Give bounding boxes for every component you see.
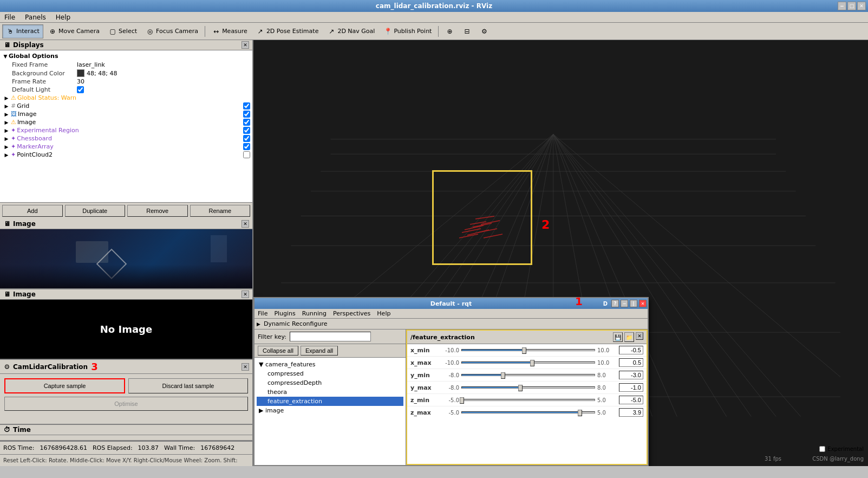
param-value-z_min[interactable] xyxy=(619,396,643,404)
default-light-value[interactable] xyxy=(77,86,249,93)
param-value-x_min[interactable] xyxy=(619,346,643,354)
param-thumb-y_max[interactable] xyxy=(518,385,523,391)
nav-goal-button[interactable]: ↗ 2D Nav Goal xyxy=(323,24,378,38)
rqt-menu-help[interactable]: Help xyxy=(377,310,390,317)
param-thumb-x_min[interactable] xyxy=(522,347,526,354)
fixed-frame-value[interactable]: laser_link xyxy=(77,61,249,68)
grid-expand[interactable]: ▶ xyxy=(3,103,10,109)
image-panel2-close[interactable]: ✕ xyxy=(242,290,249,298)
compressed-depth-item[interactable]: compressedDepth xyxy=(257,378,403,387)
close-button[interactable]: ✕ xyxy=(857,2,866,10)
filter-input[interactable] xyxy=(290,332,371,341)
image2-checkbox[interactable] xyxy=(243,119,250,126)
rqt-min-btn[interactable]: − xyxy=(621,300,628,307)
menu-panels[interactable]: Panels xyxy=(23,12,48,22)
image2-expand[interactable]: ▶ xyxy=(3,119,10,126)
bg-color-value[interactable]: 48; 48; 48 xyxy=(77,69,249,77)
exp-region-row[interactable]: ▶ ✦ Experimental Region xyxy=(1,126,251,134)
pc-checkbox[interactable] xyxy=(243,151,250,158)
global-options-header[interactable]: ▼ Global Options xyxy=(1,51,251,61)
param-value-x_max[interactable] xyxy=(619,358,643,367)
chess-checkbox[interactable] xyxy=(243,135,250,142)
viewport[interactable]: 2 Default - rqt 1 D ? − | ✕ File xyxy=(253,40,868,466)
grid-view-button[interactable]: ⊟ xyxy=(459,24,475,38)
theora-item[interactable]: theora xyxy=(257,387,403,397)
rename-button[interactable]: Rename xyxy=(190,205,251,217)
duplicate-button[interactable]: Duplicate xyxy=(65,205,126,217)
experimental-checkbox[interactable] xyxy=(819,446,825,452)
menu-file[interactable]: File xyxy=(2,12,17,22)
rqt-menu-file[interactable]: File xyxy=(258,310,267,317)
interact-button[interactable]: 🖱 Interact xyxy=(2,24,43,38)
rqt-menu-perspectives[interactable]: Perspectives xyxy=(333,310,370,317)
image-item[interactable]: ▶ image xyxy=(257,406,403,415)
grid-display-row[interactable]: ▶ # Grid xyxy=(1,102,251,110)
collapse-all-btn[interactable]: Collapse all xyxy=(258,346,298,356)
image2-display-row[interactable]: ▶ ⚠ Image xyxy=(1,118,251,126)
displays-close[interactable]: ✕ xyxy=(242,41,249,49)
chessboard-row[interactable]: ▶ ✦ Chessboard xyxy=(1,134,251,143)
discard-sample-button[interactable]: Discard last sample xyxy=(128,378,248,393)
rqt-help-btn[interactable]: ? xyxy=(611,300,619,307)
calib-close[interactable]: ✕ xyxy=(242,363,249,371)
select-button[interactable]: ▢ Select xyxy=(105,24,141,38)
measure-button[interactable]: ↔ Measure xyxy=(208,24,251,38)
param-thumb-x_max[interactable] xyxy=(530,360,534,366)
pose-estimate-button[interactable]: ↗ 2D Pose Estimate xyxy=(252,24,323,38)
param-thumb-z_max[interactable] xyxy=(578,410,582,416)
feature-save-btn[interactable]: 💾 xyxy=(613,332,623,342)
image1-expand[interactable]: ▶ xyxy=(3,111,10,118)
image-content-1[interactable] xyxy=(0,229,252,288)
param-value-z_max[interactable] xyxy=(619,408,643,417)
param-value-y_min[interactable] xyxy=(619,371,643,379)
minimize-button[interactable]: − xyxy=(838,2,846,10)
feature-close-btn[interactable]: ✕ xyxy=(636,332,643,340)
focus-camera-button[interactable]: ◎ Focus Camera xyxy=(142,24,202,38)
exp-checkbox[interactable] xyxy=(243,127,250,134)
nav-arrows-button[interactable]: ⊕ xyxy=(441,24,458,38)
maximize-button[interactable]: □ xyxy=(847,2,856,10)
compressed-item[interactable]: compressed xyxy=(257,369,403,378)
exp-expand[interactable]: ▶ xyxy=(3,127,10,134)
add-button[interactable]: Add xyxy=(2,205,63,217)
chess-expand[interactable]: ▶ xyxy=(3,135,10,142)
move-camera-button[interactable]: ⊕ Move Camera xyxy=(44,24,103,38)
rqt-close-btn[interactable]: ✕ xyxy=(639,300,647,307)
status-expand[interactable]: ▶ xyxy=(3,95,10,101)
param-slider-z_max[interactable] xyxy=(461,408,595,417)
grid-checkbox[interactable] xyxy=(243,102,250,109)
publish-point-button[interactable]: 📍 Publish Point xyxy=(380,24,435,38)
feature-extraction-item[interactable]: feature_extraction xyxy=(257,397,403,406)
param-thumb-z_min[interactable] xyxy=(460,397,464,404)
image-panel1-close[interactable]: ✕ xyxy=(242,220,249,228)
settings-button[interactable]: ⚙ xyxy=(476,24,492,38)
markerarray-row[interactable]: ▶ ✦ MarkerArray xyxy=(1,143,251,151)
param-slider-x_max[interactable] xyxy=(461,358,595,367)
remove-button[interactable]: Remove xyxy=(127,205,188,217)
global-status-row[interactable]: ▶ ⚠ Global Status: Warn xyxy=(1,94,251,102)
param-slider-z_min[interactable] xyxy=(461,396,595,404)
param-thumb-y_min[interactable] xyxy=(501,372,505,379)
image1-display-row[interactable]: ▶ 🖼 Image xyxy=(1,110,251,118)
camera-features-item[interactable]: ▼ camera_features xyxy=(257,360,403,369)
pointcloud-row[interactable]: ▶ ✦ PointCloud2 xyxy=(1,151,251,159)
optimise-button[interactable]: Optimise xyxy=(4,397,248,411)
global-expand[interactable]: ▼ xyxy=(2,53,9,60)
marker-expand[interactable]: ▶ xyxy=(3,144,10,150)
param-slider-y_max[interactable] xyxy=(461,383,595,392)
marker-checkbox[interactable] xyxy=(243,143,250,150)
param-slider-x_min[interactable] xyxy=(461,346,595,354)
rqt-menu-plugins[interactable]: Plugins xyxy=(274,310,295,317)
pc-expand[interactable]: ▶ xyxy=(3,152,10,158)
expand-all-btn[interactable]: Expand all xyxy=(301,346,338,356)
default-light-checkbox[interactable] xyxy=(77,86,84,93)
feature-load-btn[interactable]: 📁 xyxy=(624,332,634,342)
image1-checkbox[interactable] xyxy=(243,111,250,118)
menu-help[interactable]: Help xyxy=(54,12,73,22)
frame-rate-value[interactable]: 30 xyxy=(77,78,249,85)
image-content-2[interactable]: No Image xyxy=(0,300,252,359)
param-slider-y_min[interactable] xyxy=(461,371,595,379)
rqt-menu-running[interactable]: Running xyxy=(302,310,327,317)
capture-sample-button[interactable]: Capture sample xyxy=(4,378,125,393)
param-value-y_max[interactable] xyxy=(619,383,643,392)
